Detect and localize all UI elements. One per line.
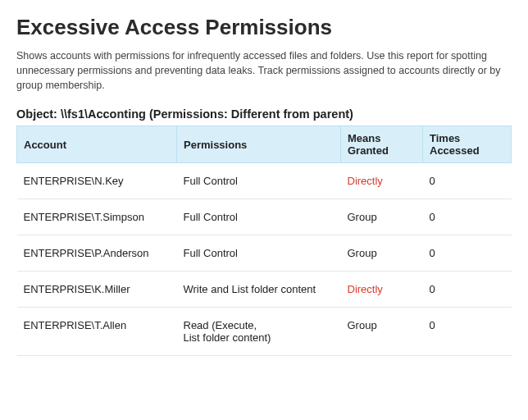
cell-times: 0 (423, 308, 512, 356)
cell-account: ENTERPRISE\P.Anderson (17, 235, 177, 272)
table-row: ENTERPRISE\N.KeyFull ControlDirectly0 (17, 163, 512, 199)
cell-means: Directly (341, 272, 423, 308)
cell-account: ENTERPRISE\K.Miller (17, 272, 177, 308)
table-row: ENTERPRISE\P.AndersonFull ControlGroup0 (17, 235, 512, 272)
col-permissions: Permissions (177, 126, 341, 163)
cell-permissions: Full Control (177, 199, 341, 235)
cell-times: 0 (423, 163, 512, 199)
page-title: Excessive Access Permissions (16, 15, 512, 40)
cell-account: ENTERPRISE\N.Key (17, 163, 177, 199)
table-row: ENTERPRISE\K.MillerWrite and List folder… (17, 272, 512, 308)
table-row: ENTERPRISE\T.AllenRead (Execute,List fol… (17, 308, 512, 356)
cell-account: ENTERPRISE\T.Allen (17, 308, 177, 356)
col-account: Account (17, 126, 177, 163)
cell-times: 0 (423, 199, 512, 235)
object-header: Object: \\fs1\Acconting (Permissions: Di… (16, 107, 512, 121)
table-header-row: Account Permissions Means Granted Times … (17, 126, 512, 163)
report-description: Shows accounts with permissions for infr… (16, 48, 508, 93)
cell-means: Group (341, 235, 423, 272)
table-row: ENTERPRISE\T.SimpsonFull ControlGroup0 (17, 199, 512, 235)
cell-times: 0 (423, 235, 512, 272)
cell-permissions: Full Control (177, 235, 341, 272)
col-times: Times Accessed (423, 126, 512, 163)
permissions-table: Account Permissions Means Granted Times … (16, 126, 512, 356)
cell-means: Group (341, 308, 423, 356)
cell-permissions: Write and List folder content (177, 272, 341, 308)
cell-permissions: Full Control (177, 163, 341, 199)
cell-permissions: Read (Execute,List folder content) (177, 308, 341, 356)
cell-account: ENTERPRISE\T.Simpson (17, 199, 177, 235)
cell-permissions-line2: List folder content) (184, 331, 335, 344)
cell-means: Directly (341, 163, 423, 199)
cell-means: Group (341, 199, 423, 235)
cell-times: 0 (423, 272, 512, 308)
col-means: Means Granted (341, 126, 423, 163)
